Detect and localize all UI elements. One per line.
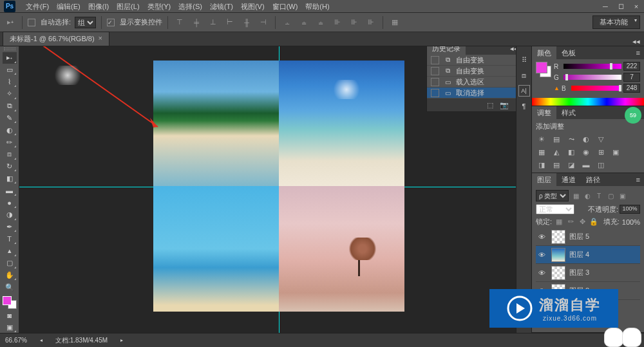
lasso-tool[interactable]: ⌇ [3,76,17,88]
visibility-icon[interactable]: 👁 [538,251,547,259]
colorbalance-icon[interactable]: ◭ [551,147,562,157]
quick-mask-icon[interactable]: ◙ [3,310,17,321]
color-swatch[interactable] [3,296,17,309]
history-item[interactable]: ⧉自由变换 [427,55,516,66]
path-select-tool[interactable]: ▴ [3,245,17,257]
opacity-value[interactable]: 100% [620,205,640,214]
layer-kind-filter[interactable]: ρ 类型 [536,190,569,202]
visibility-icon[interactable]: 👁 [538,233,547,241]
show-transform-checkbox[interactable] [107,19,115,26]
auto-select-checkbox[interactable] [28,19,35,26]
layer-thumb[interactable] [551,248,565,262]
panel-menu-icon[interactable]: ◂◂ ≡ [506,46,516,53]
history-camera-icon[interactable]: 📷 [500,101,509,109]
filter-smart-icon[interactable]: ▣ [618,191,627,200]
fill-value[interactable]: 100% [622,218,640,226]
align-bottom-icon[interactable]: ⊥ [207,16,220,29]
threshold-icon[interactable]: ◪ [565,160,577,170]
distribute-top-icon[interactable]: ⫠ [281,16,294,29]
menu-file[interactable]: 文件(F) [22,0,53,13]
toolbox-grip[interactable] [4,48,15,50]
blur-tool[interactable]: ● [3,197,17,209]
auto-select-dropdown[interactable]: 组 [75,17,96,28]
distribute-right-icon[interactable]: ⊪ [365,16,377,29]
invert-icon[interactable]: ◨ [536,160,547,170]
status-arrow-icon[interactable]: ▸ [120,337,123,343]
hue-icon[interactable]: ▦ [536,147,547,157]
menu-window[interactable]: 窗口(W) [269,0,302,13]
menu-type[interactable]: 类型(Y) [144,0,175,13]
blend-mode-select[interactable]: 正常 [536,204,574,214]
canvas-area[interactable]: 历史记录 ◂◂ ≡ ⧉自由变换 ⧉自由变换 ▭载入选区 ▭取消选择 ⬚ 📷 🗑 [19,46,516,333]
history-brush-tool[interactable]: ↻ [3,161,17,173]
r-value[interactable]: 222 [623,62,640,71]
distribute-hcenter-icon[interactable]: ⊪ [348,16,361,29]
dock-para-icon[interactable]: ¶ [518,100,530,112]
clone-tool[interactable]: ⧈ [3,149,17,160]
history-trash-icon[interactable]: 🗑 [515,101,516,109]
visibility-icon[interactable]: 👁 [538,269,547,277]
panel-color-swatch[interactable] [536,62,551,77]
vibrance-icon[interactable]: ▽ [595,134,607,144]
menu-filter[interactable]: 滤镜(T) [206,0,237,13]
filter-pixel-icon[interactable]: ▦ [571,191,580,200]
filter-adjust-icon[interactable]: ◐ [583,191,592,200]
color-spectrum[interactable] [532,98,644,106]
dock-brush-icon[interactable]: ⠿ [518,54,530,66]
layer-thumb[interactable] [551,266,565,280]
menu-edit[interactable]: 编辑(E) [53,0,84,13]
channel-mixer-icon[interactable]: ⊞ [595,147,607,157]
posterize-icon[interactable]: ▤ [551,160,562,170]
layer-item[interactable]: 👁图层 3 [536,264,640,282]
bw-icon[interactable]: ◧ [565,147,577,157]
magic-wand-tool[interactable]: ✧ [3,88,17,100]
channels-tab[interactable]: 通道 [556,173,581,186]
eyedropper-tool[interactable]: ✎ [3,113,17,124]
paths-tab[interactable]: 路径 [581,173,605,186]
zoom-tool[interactable]: 🔍 [3,281,17,293]
lock-all-icon[interactable]: 🔒 [589,218,598,227]
selective-color-icon[interactable]: ◫ [595,160,607,170]
auto-align-icon[interactable]: ▦ [388,16,401,29]
screen-mode-icon[interactable]: ▣ [3,321,17,333]
dodge-tool[interactable]: ◑ [3,209,17,221]
tab-close-icon[interactable]: × [99,34,102,44]
minimize-icon[interactable]: ─ [598,1,613,12]
history-snapshot-icon[interactable]: ⬚ [487,101,493,109]
g-value[interactable]: 7 [623,73,640,82]
gamut-warn-icon[interactable]: ▲ [554,85,560,91]
lock-pixels-icon[interactable]: ✏ [566,218,575,227]
status-arrow-icon[interactable]: ◂ [40,337,43,343]
distribute-left-icon[interactable]: ⊪ [331,16,344,29]
history-item-selected[interactable]: ▭取消选择 [427,88,516,98]
pen-tool[interactable]: ✒ [3,221,17,233]
workspace-selector[interactable]: 基本功能 [592,15,640,29]
menu-layer[interactable]: 图层(L) [113,0,143,13]
layer-item[interactable]: 👁图层 5 [536,228,640,246]
lock-position-icon[interactable]: ✥ [578,218,587,227]
dock-char-icon[interactable]: A| [518,85,530,97]
canvas[interactable] [153,61,404,312]
panel-menu-icon[interactable]: ≡ [632,49,644,57]
align-hcenter-icon[interactable]: ╫ [240,16,253,29]
filter-text-icon[interactable]: T [594,191,603,200]
menu-help[interactable]: 帮助(H) [301,0,333,13]
b-value[interactable]: 248 [623,84,640,93]
r-slider[interactable] [564,64,621,69]
panel-menu-icon[interactable]: ≡ [632,176,644,183]
layer-item-selected[interactable]: 👁图层 4 [536,246,640,264]
align-left-icon[interactable]: ⊢ [223,16,236,29]
brush-tool[interactable]: ✏ [3,136,17,148]
layers-tab[interactable]: 图层 [532,173,556,186]
align-top-icon[interactable]: ⊤ [173,16,186,29]
move-tool[interactable]: ▸+ [3,52,17,64]
align-vcenter-icon[interactable]: ╪ [190,16,203,29]
marquee-tool[interactable]: ▭ [3,64,17,76]
lock-transparency-icon[interactable]: ▦ [554,218,564,227]
distribute-vcenter-icon[interactable]: ⫨ [298,16,310,29]
photo-filter-icon[interactable]: ◉ [580,147,592,157]
gradient-tool[interactable]: ▬ [3,185,17,196]
close-icon[interactable]: × [629,1,644,12]
text-tool[interactable]: T [3,233,17,245]
document-tab[interactable]: 未标题-1 @ 66.7%(RGB/8) × [3,32,109,46]
